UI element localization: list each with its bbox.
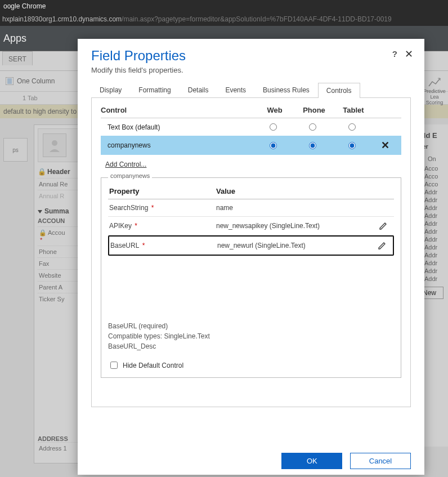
- controls-header: Control Web Phone Tablet: [101, 106, 401, 118]
- property-value: name: [216, 204, 374, 212]
- radio[interactable]: [348, 123, 356, 131]
- dialog-tabs: DisplayFormattingDetailsEventsBusiness R…: [91, 82, 411, 98]
- col-property: Property: [109, 187, 216, 195]
- radio[interactable]: [309, 142, 316, 149]
- property-row[interactable]: SearchString *name: [108, 199, 394, 217]
- property-name: SearchString *: [109, 204, 216, 212]
- property-header: Property Value: [108, 184, 394, 199]
- property-box: companynews Property Value SearchString …: [101, 177, 401, 378]
- edit-property-button[interactable]: [373, 241, 392, 250]
- tab-controls[interactable]: Controls: [318, 83, 360, 98]
- add-control-link[interactable]: Add Control...: [105, 161, 146, 168]
- property-value: new_newurl (SingleLine.Text): [217, 242, 373, 249]
- property-value: new_newsapikey (SingleLine.Text): [216, 222, 374, 230]
- control-label: companynews: [103, 141, 253, 149]
- cancel-button[interactable]: Cancel: [350, 453, 411, 469]
- control-row[interactable]: companynews✕: [101, 136, 401, 155]
- dialog-title: Field Properties: [91, 48, 411, 64]
- hide-default-label: Hide Default Control: [123, 362, 183, 369]
- tab-business-rules[interactable]: Business Rules: [254, 82, 318, 97]
- browser-title: oogle Chrome: [0, 0, 448, 12]
- controls-panel: Control Web Phone Tablet Text Box (defau…: [91, 98, 411, 407]
- radio[interactable]: [270, 142, 277, 149]
- address-path: /main.aspx?pagetype=formeditor&appSoluti…: [122, 15, 392, 23]
- radio[interactable]: [348, 142, 356, 149]
- radio[interactable]: [309, 123, 316, 131]
- remove-control-icon[interactable]: ✕: [371, 139, 399, 151]
- tab-formatting[interactable]: Formatting: [130, 82, 179, 97]
- col-tablet: Tablet: [334, 106, 373, 114]
- pencil-icon: [379, 221, 388, 230]
- hide-default-control[interactable]: Hide Default Control: [108, 360, 183, 371]
- address-bar[interactable]: hxplain18930org1.crm10.dynamics.com/main…: [0, 12, 448, 26]
- selected-control-name: companynews: [108, 172, 152, 179]
- edit-property-button[interactable]: [374, 221, 393, 230]
- property-description: BaseURL (required)Compatible types: Sing…: [108, 321, 210, 351]
- page: SERT One Column S 1 Tab default to high …: [0, 51, 448, 477]
- property-name: APIKey *: [109, 222, 216, 230]
- checkbox[interactable]: [110, 362, 118, 369]
- property-name: BaseURL *: [110, 242, 217, 249]
- address-host: hxplain18930org1.crm10.dynamics.com: [2, 15, 122, 23]
- col-web: Web: [255, 106, 294, 114]
- modal-overlay: ? ✕ Field Properties Modify this field's…: [0, 51, 448, 477]
- pencil-icon: [378, 241, 387, 250]
- property-row[interactable]: BaseURL *new_newurl (SingleLine.Text): [108, 235, 394, 256]
- property-row[interactable]: APIKey *new_newsapikey (SingleLine.Text): [108, 217, 394, 235]
- close-icon[interactable]: ✕: [405, 48, 413, 60]
- help-icon[interactable]: ?: [392, 49, 397, 59]
- tab-events[interactable]: Events: [217, 82, 254, 97]
- desc-line: BaseURL_Desc: [108, 341, 210, 351]
- control-row[interactable]: Text Box (default): [101, 118, 401, 136]
- dialog-buttons: OK Cancel: [276, 453, 411, 469]
- control-label: Text Box (default): [103, 123, 253, 131]
- col-control: Control: [101, 106, 255, 114]
- field-properties-dialog: ? ✕ Field Properties Modify this field's…: [78, 39, 424, 475]
- radio[interactable]: [270, 123, 277, 131]
- col-value: Value: [216, 187, 374, 195]
- ok-button[interactable]: OK: [281, 453, 342, 469]
- desc-line: Compatible types: SingleLine.Text: [108, 331, 210, 341]
- tab-details[interactable]: Details: [180, 82, 217, 97]
- desc-line: BaseURL (required): [108, 321, 210, 331]
- dialog-subtitle: Modify this field's properties.: [91, 66, 411, 74]
- tab-display[interactable]: Display: [91, 82, 130, 97]
- col-phone: Phone: [294, 106, 334, 114]
